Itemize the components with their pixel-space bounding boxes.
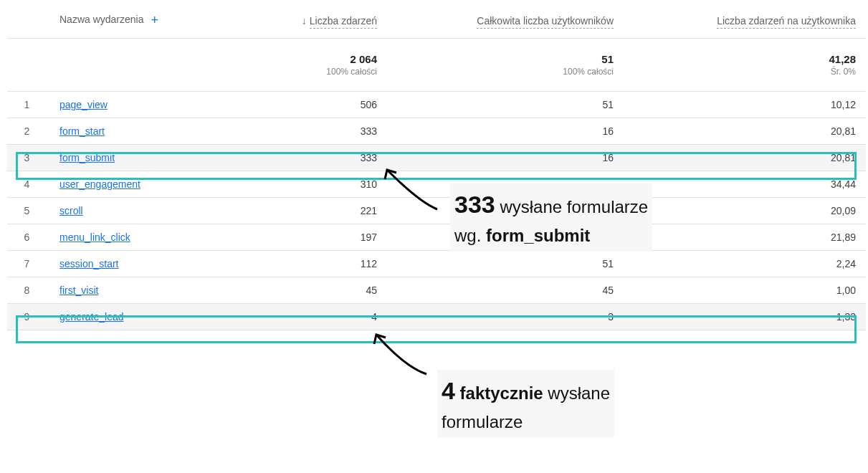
row-event-count: 112 — [233, 251, 387, 277]
sort-desc-icon: ↓ — [302, 15, 307, 27]
row-event-name-cell: user_engagement — [47, 171, 233, 198]
row-event-count: 4 — [233, 304, 387, 330]
event-name-link[interactable]: form_start — [59, 125, 105, 137]
event-name-link[interactable]: page_view — [59, 99, 108, 110]
row-index: 4 — [7, 171, 47, 198]
row-events-per-user: 1,00 — [624, 277, 866, 304]
row-events-per-user: 10,12 — [624, 92, 866, 118]
row-total-users: 3 — [387, 304, 624, 330]
row-event-count: 333 — [233, 118, 387, 145]
row-event-name-cell: generate_lead — [47, 304, 233, 330]
row-events-per-user: 20,81 — [624, 145, 866, 171]
table-row: 2form_start3331620,81 — [7, 118, 866, 145]
event-name-link[interactable]: menu_link_click — [59, 231, 130, 243]
total-events-per-user: 41,28Śr. 0% — [624, 39, 866, 92]
table-row: 9generate_lead431,33 — [7, 304, 866, 330]
event-name-link[interactable]: user_engagement — [59, 178, 140, 190]
row-index: 9 — [7, 304, 47, 330]
event-name-link[interactable]: first_visit — [59, 285, 98, 296]
table-row: 6menu_link_click19721,89 — [7, 224, 866, 251]
events-table: Nazwa wydarzenia+ ↓Liczba zdarzeń Całkow… — [7, 0, 866, 330]
row-index: 1 — [7, 92, 47, 118]
row-total-users: 16 — [387, 145, 624, 171]
row-index: 6 — [7, 224, 47, 251]
table-row: 5scroll22120,09 — [7, 198, 866, 224]
annotation-generate-lead: 4 faktycznie wysłane formularze — [437, 370, 614, 438]
table-row: 3form_submit3331620,81 — [7, 145, 866, 171]
row-event-name-cell: form_submit — [47, 145, 233, 171]
row-event-name-cell: session_start — [47, 251, 233, 277]
row-index: 3 — [7, 145, 47, 171]
row-events-per-user: 20,81 — [624, 118, 866, 145]
event-name-link[interactable]: form_submit — [59, 152, 115, 163]
row-events-per-user: 34,44 — [624, 171, 866, 198]
row-total-users: 51 — [387, 92, 624, 118]
table-summary-row: 2 064100% całości 51100% całości 41,28Śr… — [7, 39, 866, 92]
table-row: 7session_start112512,24 — [7, 251, 866, 277]
row-event-count: 197 — [233, 224, 387, 251]
row-event-count: 45 — [233, 277, 387, 304]
event-name-link[interactable]: generate_lead — [59, 311, 124, 322]
row-events-per-user: 1,33 — [624, 304, 866, 330]
row-event-count: 506 — [233, 92, 387, 118]
row-event-name-cell: menu_link_click — [47, 224, 233, 251]
total-users: 51100% całości — [387, 39, 624, 92]
row-event-count: 221 — [233, 198, 387, 224]
row-index: 7 — [7, 251, 47, 277]
table-header-row: Nazwa wydarzenia+ ↓Liczba zdarzeń Całkow… — [7, 0, 866, 39]
row-event-name-cell: form_start — [47, 118, 233, 145]
row-index: 8 — [7, 277, 47, 304]
column-header-event-count[interactable]: ↓Liczba zdarzeń — [233, 0, 387, 39]
row-event-name-cell: page_view — [47, 92, 233, 118]
row-events-per-user: 21,89 — [624, 224, 866, 251]
row-total-users: 45 — [387, 277, 624, 304]
row-event-count: 333 — [233, 145, 387, 171]
row-events-per-user: 20,09 — [624, 198, 866, 224]
add-dimension-icon[interactable]: + — [151, 13, 159, 27]
row-total-users: 51 — [387, 251, 624, 277]
events-table-container: Nazwa wydarzenia+ ↓Liczba zdarzeń Całkow… — [7, 0, 866, 330]
table-row: 4user_engagement31034,44 — [7, 171, 866, 198]
row-event-count: 310 — [233, 171, 387, 198]
row-index: 2 — [7, 118, 47, 145]
column-header-event-name[interactable]: Nazwa wydarzenia+ — [47, 0, 233, 39]
row-event-name-cell: first_visit — [47, 277, 233, 304]
column-header-total-users[interactable]: Całkowita liczba użytkowników — [387, 0, 624, 39]
table-row: 1page_view5065110,12 — [7, 92, 866, 118]
column-header-events-per-user[interactable]: Liczba zdarzeń na użytkownika — [624, 0, 866, 39]
event-name-link[interactable]: scroll — [59, 205, 83, 216]
annotation-form-submit: 333 wysłane formularze wg. form_submit — [450, 183, 652, 252]
event-name-link[interactable]: session_start — [59, 258, 118, 269]
total-event-count: 2 064100% całości — [233, 39, 387, 92]
row-total-users: 16 — [387, 118, 624, 145]
row-events-per-user: 2,24 — [624, 251, 866, 277]
row-index: 5 — [7, 198, 47, 224]
table-row: 8first_visit45451,00 — [7, 277, 866, 304]
annotation-arrow-bottom — [366, 331, 437, 381]
row-event-name-cell: scroll — [47, 198, 233, 224]
